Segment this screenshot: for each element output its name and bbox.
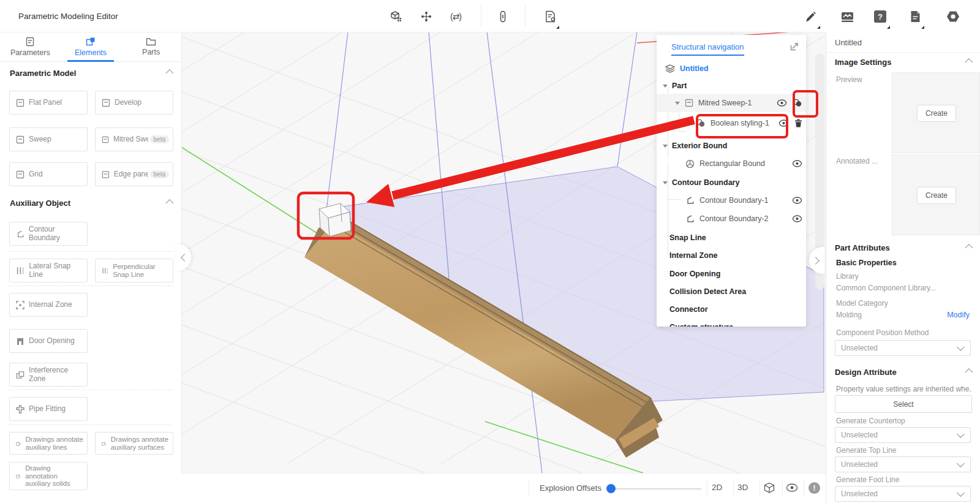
tree-group-contour-boundary[interactable]: Contour Boundary — [657, 173, 806, 192]
part-attributes-header[interactable]: Part Attributes — [835, 243, 971, 252]
link-tool-icon[interactable] — [495, 9, 511, 25]
tree-item-contour-boundary-1[interactable]: Contour Boundary-1 — [657, 191, 806, 210]
explosion-slider-track[interactable] — [611, 488, 701, 490]
delete-trash-icon[interactable] — [794, 119, 802, 127]
modify-link[interactable]: Modify — [947, 311, 970, 319]
module-tool-icon[interactable] — [418, 9, 434, 25]
view-2d-button[interactable]: 2D — [712, 483, 722, 492]
section-parametric-model[interactable]: Parametric Model — [10, 69, 172, 78]
visibility-eye-icon[interactable] — [777, 99, 787, 107]
element-button-mitred-sweep[interactable]: Mitred Swee beta — [95, 127, 173, 151]
generate-foot-line-select[interactable]: Unselected — [835, 486, 971, 502]
element-button-edge-panel[interactable]: Edge panel beta — [95, 162, 173, 186]
create-preview-button[interactable]: Create — [917, 105, 956, 122]
section-auxiliary-object[interactable]: Auxiliary Object — [10, 199, 172, 208]
tree-group-internal-zone[interactable]: Internal Zone — [657, 246, 806, 265]
generate-countertop-select[interactable]: Unselected — [835, 427, 971, 443]
image-settings-header[interactable]: Image Settings — [835, 58, 971, 67]
caret-down-icon[interactable] — [663, 181, 668, 184]
popout-button[interactable] — [790, 42, 799, 53]
warning-info-button[interactable]: ! — [809, 482, 820, 494]
edit-tool-icon[interactable] — [802, 9, 818, 25]
generate-countertop-label: Generate Countertop — [836, 417, 905, 425]
tree-item-contour-boundary-2[interactable]: Contour Boundary-2 — [657, 210, 806, 228]
structural-navigation-tab[interactable]: Structural navigation — [671, 42, 744, 56]
view-3d-button[interactable]: 3D — [737, 483, 748, 492]
inherit-select-button[interactable]: Select — [835, 395, 972, 413]
toolbar-divider — [481, 5, 481, 27]
dashed-divider — [9, 425, 173, 425]
caret-down-icon[interactable] — [663, 85, 668, 88]
door-opening-icon — [16, 337, 24, 346]
tree-item-mitred-sweep[interactable]: Mitred Sweep-1 — [657, 94, 806, 112]
collapse-chevron-icon — [965, 368, 973, 376]
visibility-eye-icon[interactable] — [792, 197, 802, 204]
tree-item-boolean-styling[interactable]: Boolean styling-1 — [657, 114, 806, 132]
settings-tool-icon[interactable] — [945, 9, 961, 25]
document-tool-icon[interactable] — [907, 9, 923, 25]
visibility-eye-icon[interactable] — [778, 119, 789, 127]
element-button-grid[interactable]: Grid — [9, 162, 88, 186]
monitor-tool-icon[interactable] — [839, 9, 855, 25]
position-method-select[interactable]: Unselected — [835, 340, 971, 356]
visibility-eye-icon[interactable] — [792, 160, 802, 167]
explosion-slider-thumb[interactable] — [606, 484, 616, 493]
create-annotated-button[interactable]: Create — [917, 187, 956, 204]
pencil-icon — [805, 11, 816, 23]
tree-group-snap-line[interactable]: Snap Line — [657, 229, 806, 247]
element-button-drawings-annotate-lines[interactable]: Drawings annotate auxiliary lines — [9, 432, 88, 455]
element-button-sweep[interactable]: Sweep — [9, 127, 88, 151]
visibility-eye-icon[interactable] — [792, 215, 802, 222]
viewport-bottom-bar: Explosion Offsets 2D 3D ! — [181, 473, 826, 503]
tree-group-connector[interactable]: Connector — [657, 300, 806, 319]
layers-icon — [665, 64, 675, 73]
tab-elements[interactable]: Elements — [61, 32, 121, 61]
chevron-down-icon — [957, 489, 965, 497]
bottombar-divider — [707, 480, 707, 497]
element-button-contour-boundary[interactable]: Contour Boundary — [9, 222, 88, 246]
design-attribute-header[interactable]: Design Attribute — [835, 368, 971, 377]
tree-item-rectangular-bound[interactable]: Rectangular Bound — [657, 154, 806, 173]
tree-root-untitled[interactable]: Untitled — [657, 59, 806, 78]
element-button-interference-zone[interactable]: Interference Zone — [9, 363, 88, 387]
chevron-down-icon — [957, 430, 965, 438]
dashed-divider — [9, 390, 173, 390]
tree-group-custom-structure[interactable]: Custom structure — [657, 318, 806, 327]
tree-label: Untitled — [680, 64, 709, 73]
element-button-lateral-snap-line[interactable]: Lateral Snap Line — [9, 259, 88, 282]
tab-parts[interactable]: Parts — [121, 32, 181, 61]
chevron-left-icon — [181, 254, 189, 262]
button-label: Flat Panel — [29, 99, 62, 107]
element-button-develop[interactable]: Develop — [95, 91, 173, 115]
element-button-internal-zone[interactable]: Internal Zone — [9, 293, 88, 317]
caret-down-icon[interactable] — [663, 145, 668, 148]
perspective-cube-button[interactable] — [764, 482, 775, 496]
chevron-down-icon — [957, 460, 965, 467]
gear-nut-icon — [946, 10, 960, 23]
swap-tool-icon[interactable]: (⇄) — [448, 9, 464, 25]
boolean-icon — [696, 119, 706, 127]
tab-label: Parameters — [10, 48, 50, 57]
boolean-styling-icon[interactable] — [793, 99, 802, 107]
element-button-perpendicular-snap-line[interactable]: Perpendicular Snap Line — [95, 259, 173, 282]
tree-group-door-opening[interactable]: Door Opening — [657, 265, 806, 283]
right-properties-panel: Untitled Image Settings Preview Create A… — [826, 32, 980, 503]
help-tool-icon[interactable]: ? — [872, 9, 888, 25]
tab-parameters[interactable]: Parameters — [0, 32, 61, 61]
bottombar-divider — [782, 480, 783, 497]
visibility-button[interactable] — [786, 483, 798, 494]
tree-group-part[interactable]: Part — [657, 77, 806, 95]
tree-group-collision-detect-area[interactable]: Collision Detect Area — [657, 282, 806, 301]
document-export-tool-icon[interactable] — [543, 9, 559, 25]
button-label: Door Opening — [29, 337, 75, 345]
element-button-drawing-annotation-solids[interactable]: Drawing annotation auxiliary solids — [9, 462, 88, 490]
caret-down-icon[interactable] — [675, 102, 680, 105]
generate-top-line-select[interactable]: Unselected — [835, 456, 971, 472]
model-cube-tool-icon[interactable] — [388, 9, 404, 25]
element-button-pipe-fitting[interactable]: Pipe Fitting — [9, 397, 88, 421]
element-button-drawings-annotate-surfaces[interactable]: Drawings annotate auxiliary surfaces — [95, 432, 173, 455]
element-button-door-opening[interactable]: Door Opening — [9, 329, 88, 353]
tree-group-exterior-bound[interactable]: Exterior Bound — [657, 137, 806, 155]
tab-label: Parts — [142, 48, 160, 56]
element-button-flat-panel[interactable]: Flat Panel — [9, 91, 88, 115]
